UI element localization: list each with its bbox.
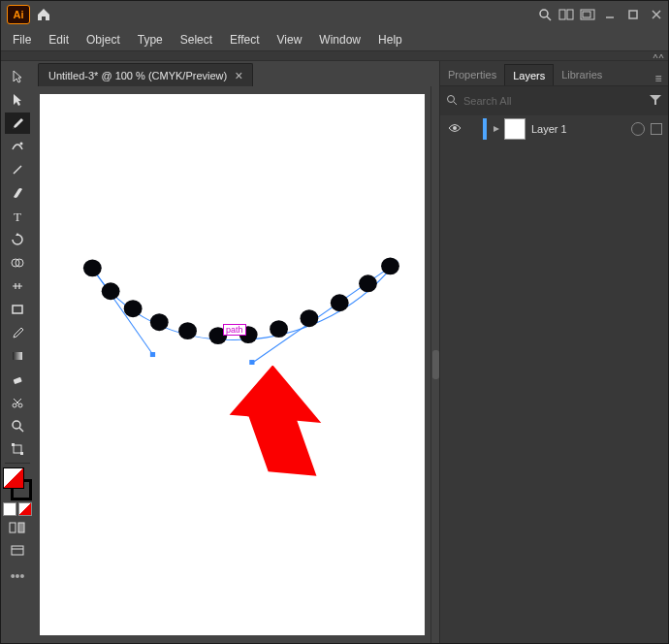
svg-point-10 (13, 127, 15, 129)
artboard-tool[interactable] (5, 438, 30, 460)
menu-help[interactable]: Help (370, 30, 410, 49)
maximize-button[interactable] (621, 5, 645, 24)
direct-selection-tool[interactable] (5, 89, 30, 111)
main-area: T ••• (1, 61, 668, 643)
document-tabs: Untitled-3* @ 100 % (CMYK/Preview) × (34, 61, 439, 86)
svg-rect-28 (12, 546, 23, 555)
layer-name[interactable]: Layer 1 (531, 123, 567, 135)
illustrator-window: Ai File Edit Object Type Select Effect V… (0, 0, 669, 644)
red-arrow-annotation (229, 366, 335, 482)
menu-window[interactable]: Window (311, 30, 368, 49)
layer-row[interactable]: Layer 1 (440, 115, 668, 143)
scissors-tool[interactable] (5, 392, 30, 413)
document-tab-label: Untitled-3* @ 100 % (CMYK/Preview) (48, 70, 227, 81)
selection-tool[interactable] (5, 66, 30, 87)
svg-rect-32 (150, 352, 155, 357)
menu-select[interactable]: Select (173, 30, 220, 49)
pen-tool[interactable] (5, 113, 30, 134)
minimize-button[interactable] (598, 5, 621, 24)
svg-point-48 (381, 257, 399, 274)
search-icon[interactable] (534, 4, 556, 25)
fill-swatch[interactable] (3, 467, 24, 489)
eraser-tool[interactable] (5, 369, 30, 390)
svg-rect-2 (559, 10, 565, 19)
shape-builder-tool[interactable] (5, 252, 30, 274)
svg-line-22 (19, 428, 23, 432)
svg-point-38 (102, 282, 120, 300)
svg-point-11 (20, 143, 23, 145)
visibility-toggle-icon[interactable] (446, 123, 463, 135)
svg-point-37 (83, 259, 102, 276)
svg-rect-26 (10, 523, 16, 532)
panel-menu-icon[interactable]: ≡ (649, 72, 668, 85)
menu-effect[interactable]: Effect (222, 30, 267, 49)
svg-rect-25 (20, 452, 23, 455)
arrange-documents-icon[interactable] (556, 4, 577, 25)
svg-rect-17 (13, 352, 22, 360)
type-tool[interactable]: T (5, 206, 30, 227)
panel-tab-libraries[interactable]: Libraries (554, 64, 610, 85)
screen-mode-icon[interactable] (5, 540, 30, 562)
scrollbar-thumb[interactable] (432, 350, 439, 379)
layers-search-input[interactable] (463, 95, 643, 107)
panel-collapse-strip (1, 51, 668, 61)
panel-tab-properties[interactable]: Properties (440, 64, 504, 85)
panel-tab-layers[interactable]: Layers (504, 64, 554, 85)
svg-rect-7 (629, 11, 637, 18)
menu-object[interactable]: Object (79, 30, 128, 49)
paintbrush-tool[interactable] (5, 182, 30, 204)
draw-mode-icons[interactable] (5, 517, 30, 538)
zoom-tool[interactable] (5, 415, 30, 436)
app-badge: Ai (7, 5, 30, 24)
none-mode-icon[interactable] (18, 502, 32, 516)
svg-point-0 (540, 10, 548, 17)
svg-rect-5 (583, 12, 590, 17)
svg-rect-3 (567, 10, 573, 19)
menu-view[interactable]: View (270, 30, 310, 49)
layer-thumbnail (504, 118, 526, 140)
svg-line-12 (14, 166, 21, 174)
menu-type[interactable]: Type (130, 30, 171, 49)
svg-point-39 (124, 300, 143, 317)
svg-rect-18 (14, 377, 22, 384)
svg-line-1 (547, 16, 551, 20)
svg-point-44 (270, 320, 288, 338)
document-tab-close-icon[interactable]: × (235, 68, 242, 83)
color-mode-icon[interactable] (3, 502, 16, 516)
vertical-scrollbar[interactable] (430, 86, 439, 643)
document-frame-icon[interactable] (577, 4, 598, 25)
svg-point-47 (359, 274, 377, 292)
gradient-tool[interactable] (5, 345, 30, 367)
svg-line-50 (454, 102, 457, 105)
close-button[interactable] (645, 5, 668, 24)
fill-stroke-swatches[interactable] (3, 467, 32, 500)
edit-toolbar-button[interactable]: ••• (11, 568, 25, 584)
svg-point-21 (13, 421, 20, 429)
target-icon[interactable] (631, 122, 645, 136)
filter-icon[interactable] (649, 94, 662, 109)
home-button[interactable] (34, 6, 53, 23)
eyedropper-tool[interactable] (5, 322, 30, 343)
search-icon (446, 94, 458, 109)
selection-indicator (651, 123, 662, 135)
svg-rect-24 (12, 443, 15, 446)
svg-point-49 (448, 95, 455, 102)
right-panel: Properties Layers Libraries ≡ (439, 61, 668, 643)
svg-rect-33 (249, 360, 254, 365)
width-tool[interactable] (5, 275, 30, 297)
document-tab[interactable]: Untitled-3* @ 100 % (CMYK/Preview) × (38, 63, 253, 86)
svg-rect-23 (14, 445, 21, 453)
line-segment-tool[interactable] (5, 159, 30, 180)
curvature-tool[interactable] (5, 136, 30, 157)
svg-rect-16 (13, 306, 22, 313)
rectangle-tool[interactable] (5, 299, 30, 320)
rotate-tool[interactable] (5, 229, 30, 250)
layers-search-row (440, 86, 668, 115)
artboard[interactable]: * path (40, 94, 425, 635)
chevrons-icon[interactable] (653, 53, 664, 59)
path-label: path (223, 324, 246, 336)
menu-file[interactable]: File (5, 30, 39, 49)
color-mode-icons (3, 502, 32, 516)
expand-layer-icon[interactable] (493, 123, 504, 135)
menu-edit[interactable]: Edit (41, 30, 77, 49)
